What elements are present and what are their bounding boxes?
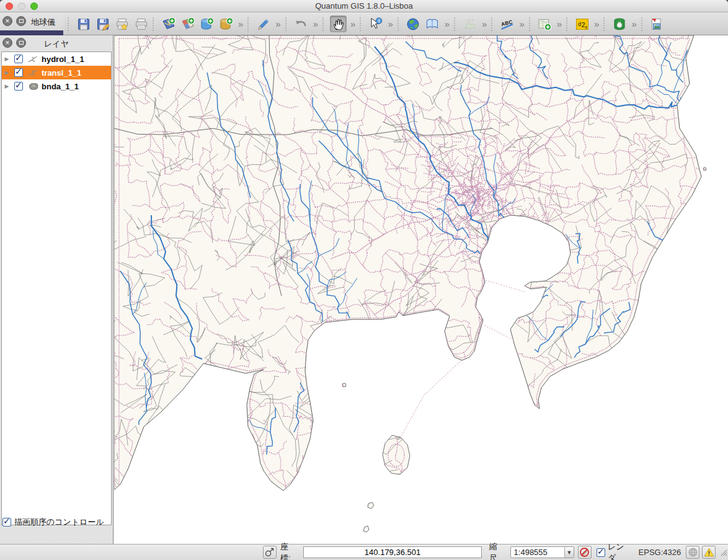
toolbar-overflow-chevron[interactable]: »: [275, 16, 280, 32]
main-toolbar: ✕ 地球儀 »»»»i»»»ABC»»d2s»»: [0, 13, 728, 35]
layer-label: transl_1_1: [42, 68, 81, 78]
toolbar-export-image-icon[interactable]: [649, 16, 665, 32]
layers-panel-header: ✕ レイヤ: [0, 35, 113, 51]
toolbar-overflow-chevron[interactable]: »: [388, 16, 393, 32]
layer-line-icon: [27, 55, 42, 64]
toolbar-add-spatialite-layer-icon[interactable]: [218, 16, 234, 32]
toolbar-save-icon[interactable]: [75, 16, 92, 32]
draw-order-control[interactable]: ✓ 描画順序のコントロール: [2, 517, 104, 528]
draw-order-label: 描画順序のコントロール: [14, 517, 104, 528]
toolbar-separator: [68, 17, 72, 31]
layer-line-icon: [27, 68, 42, 78]
scale-combobox[interactable]: 1:498555 ▼: [510, 546, 574, 558]
close-icon[interactable]: ✕: [2, 16, 12, 26]
toolbar-separator: [322, 17, 327, 31]
coords-label: 座標:: [280, 541, 298, 560]
toolbar-bookmarks-icon[interactable]: [424, 16, 441, 32]
window-title: Quantum GIS 1.8.0–Lisboa: [0, 1, 728, 11]
toolbar-separator: [454, 17, 458, 31]
globe-window-title: 地球儀: [31, 17, 55, 28]
expand-chevron-icon[interactable]: ▶: [2, 83, 12, 89]
resize-grip-icon[interactable]: [718, 547, 727, 558]
toolbar-profile-tool-icon: [461, 16, 478, 32]
toolbar-composer-manager-icon[interactable]: [133, 16, 149, 32]
toolbar-save-edits-icon[interactable]: [94, 16, 111, 32]
toolbar-overflow-chevron[interactable]: »: [482, 16, 487, 32]
epsg-status: EPSG:4326: [639, 548, 681, 557]
app-window: Quantum GIS 1.8.0–Lisboa ✕ 地球儀 »»»»i»»»A…: [0, 0, 728, 560]
layers-panel: ✕ レイヤ ▶✓hydrol_1_1▶✓transl_1_1▶✓bnda_1_1…: [0, 35, 113, 544]
layers-list: ▶✓hydrol_1_1▶✓transl_1_1▶✓bnda_1_1: [1, 51, 112, 525]
toolbar-new-composer-icon[interactable]: [113, 16, 130, 32]
mouse-position-icon[interactable]: [263, 546, 277, 559]
crs-globe-icon[interactable]: [686, 546, 699, 559]
toolbar-db-plugin-icon[interactable]: [611, 16, 628, 32]
toolbar-pan-hand-icon[interactable]: [330, 16, 347, 32]
status-bar: 座標: 縮尺 1:498555 ▼ ✓ レンダ EPSG:4326: [0, 544, 728, 560]
layer-polygon-icon: [27, 82, 42, 91]
toolbar-separator: [529, 17, 533, 31]
toolbar-overflow-chevron[interactable]: »: [445, 16, 450, 32]
expand-chevron-icon[interactable]: ▶: [2, 56, 12, 62]
toolbar-add-vector-layer-icon[interactable]: [160, 16, 177, 32]
toolbar-identify-icon[interactable]: i: [367, 16, 384, 32]
toolbar-items: »»»»i»»»ABC»»d2s»»: [66, 16, 667, 32]
main-area: ✕ レイヤ ▶✓hydrol_1_1▶✓transl_1_1▶✓bnda_1_1…: [0, 35, 728, 544]
messages-warning-icon[interactable]: [702, 546, 716, 559]
layer-row-transl_1_1[interactable]: ▶✓transl_1_1: [2, 66, 111, 79]
coordinate-input[interactable]: [303, 546, 481, 558]
restore-icon[interactable]: [16, 16, 26, 26]
layers-panel-title: レイヤ: [0, 38, 113, 50]
toolbar-labeling-abc-icon[interactable]: ABC: [499, 16, 515, 32]
toolbar-separator: [247, 17, 252, 31]
toolbar-add-map-icon[interactable]: [536, 16, 553, 32]
layer-visibility-checkbox[interactable]: ✓: [14, 55, 23, 63]
toolbar-separator: [285, 17, 290, 31]
toolbar-overflow-chevron[interactable]: »: [238, 16, 243, 32]
toolbar-separator: [603, 17, 608, 31]
toolbar-separator: [491, 17, 495, 31]
expand-chevron-icon[interactable]: ▶: [2, 69, 12, 76]
toolbar-overflow-chevron[interactable]: »: [313, 16, 318, 32]
toolbar-overflow-chevron[interactable]: »: [350, 16, 355, 32]
layer-visibility-checkbox[interactable]: ✓: [14, 82, 23, 91]
window-titlebar: Quantum GIS 1.8.0–Lisboa: [0, 0, 728, 12]
toolbar-separator: [641, 17, 646, 31]
toolbar-digitize-pencil-icon[interactable]: [255, 16, 272, 32]
svg-text:s: s: [585, 24, 587, 29]
scale-label: 縮尺: [489, 541, 505, 560]
layer-label: bnda_1_1: [42, 82, 79, 91]
layer-visibility-checkbox[interactable]: ✓: [14, 68, 23, 77]
toolbar-world-globe-icon[interactable]: [405, 16, 422, 32]
layer-label: hydrol_1_1: [42, 55, 84, 64]
toolbar-separator: [153, 17, 157, 31]
chevron-down-icon[interactable]: ▼: [564, 547, 574, 558]
draw-order-checkbox[interactable]: ✓: [2, 518, 11, 527]
toolbar-separator: [566, 17, 570, 31]
toolbar-d2s-plugin-icon[interactable]: d2s: [574, 16, 590, 32]
toolbar-overflow-chevron[interactable]: »: [519, 16, 524, 32]
svg-text:d: d: [578, 20, 581, 27]
toolbar-overflow-chevron[interactable]: »: [557, 16, 562, 32]
toolbar-add-raster-layer-icon[interactable]: [179, 16, 196, 32]
toolbar-overflow-chevron[interactable]: »: [594, 16, 599, 32]
scale-value: 1:498555: [511, 548, 564, 557]
toolbar-undo-icon[interactable]: [293, 16, 309, 32]
layer-row-bnda_1_1[interactable]: ▶✓bnda_1_1: [2, 79, 111, 93]
toolbar-overflow-chevron[interactable]: »: [631, 16, 636, 32]
render-checkbox[interactable]: ✓: [597, 548, 605, 557]
toolbar-add-postgis-layer-icon[interactable]: [198, 16, 215, 32]
render-label: レンダ: [608, 541, 633, 560]
toolbar-separator: [397, 17, 402, 31]
layer-row-hydrol_1_1[interactable]: ▶✓hydrol_1_1: [2, 52, 111, 66]
toolbar-separator: [360, 17, 364, 31]
stop-render-icon[interactable]: [578, 546, 592, 559]
map-canvas[interactable]: [114, 35, 728, 544]
globe-toolbar-window: ✕ 地球儀: [0, 13, 63, 35]
